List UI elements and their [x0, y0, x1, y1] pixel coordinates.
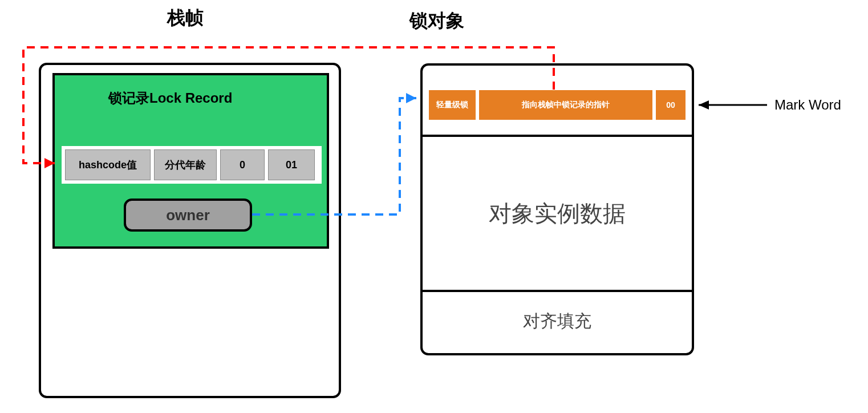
stack-frame-title: 栈帧	[167, 6, 204, 31]
displaced-mark-word-row: hashcode值 分代年龄 0 01	[62, 146, 322, 184]
mark-word-lock-type-cell: 轻量级锁	[429, 90, 476, 120]
object-instance-data-section: 对象实例数据	[420, 135, 694, 292]
age-cell: 分代年龄	[154, 149, 217, 180]
lock-object-title: 锁对象	[409, 9, 464, 34]
mark-word-label: Mark Word	[774, 97, 841, 113]
object-padding-section: 对齐填充	[420, 290, 694, 355]
svg-marker-3	[699, 100, 709, 110]
biased-flag-cell: 0	[220, 149, 265, 180]
mark-word-flag-cell: 00	[656, 90, 686, 120]
mark-word-row: 轻量级锁 指向栈帧中锁记录的指针 00	[429, 90, 686, 120]
lock-flag-cell: 01	[268, 149, 315, 180]
svg-marker-1	[406, 93, 416, 103]
hashcode-cell: hashcode值	[65, 149, 151, 180]
lock-record-title: 锁记录Lock Record	[108, 89, 232, 107]
mark-word-pointer-cell: 指向栈帧中锁记录的指针	[479, 90, 652, 120]
owner-box: owner	[124, 199, 252, 232]
